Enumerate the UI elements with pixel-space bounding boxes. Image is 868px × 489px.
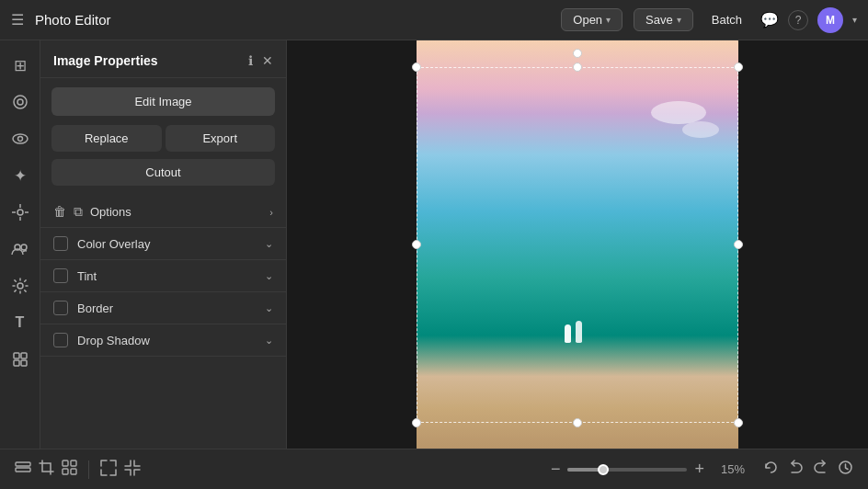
svg-rect-16 (16, 462, 30, 466)
help-icon[interactable]: ? (788, 10, 808, 30)
color-overlay-chevron-icon: ⌄ (265, 238, 273, 250)
tint-checkbox[interactable] (53, 268, 68, 283)
toolbar-settings-icon[interactable] (5, 270, 36, 301)
svg-rect-13 (21, 353, 27, 358)
crop-icon[interactable] (39, 460, 54, 479)
svg-point-11 (17, 283, 23, 289)
bottom-right-icons (763, 460, 853, 479)
svg-point-1 (17, 99, 23, 105)
handle-bottom-mid[interactable] (573, 418, 582, 427)
zoom-slider[interactable] (567, 468, 687, 472)
zoom-out-button[interactable]: − (551, 460, 561, 479)
toolbar-effects-icon[interactable] (5, 197, 36, 228)
copy-icon[interactable]: ⧉ (74, 204, 83, 220)
svg-point-4 (17, 210, 23, 215)
menu-icon[interactable]: ☰ (11, 11, 24, 28)
svg-rect-12 (14, 353, 19, 358)
expand-icon[interactable] (100, 460, 117, 480)
svg-rect-20 (63, 469, 68, 474)
toolbar-filter-icon[interactable] (5, 86, 36, 118)
app-title: Photo Editor (35, 12, 111, 28)
svg-rect-17 (16, 468, 30, 472)
history-icon[interactable] (838, 460, 853, 479)
svg-point-2 (13, 134, 28, 143)
svg-rect-19 (71, 461, 76, 466)
tint-chevron-icon: ⌄ (265, 270, 273, 282)
svg-rect-15 (21, 360, 27, 366)
panel-header: Image Properties ℹ ✕ (40, 40, 286, 78)
save-button[interactable]: Save ▾ (634, 8, 693, 31)
export-button[interactable]: Export (166, 125, 276, 152)
replace-button[interactable]: Replace (51, 125, 162, 152)
info-icon[interactable]: ℹ (248, 53, 253, 68)
handle-mid-right[interactable] (734, 240, 743, 249)
svg-rect-18 (63, 461, 68, 466)
svg-point-3 (17, 137, 22, 142)
toolbar-eye-icon[interactable] (5, 123, 36, 154)
tint-row[interactable]: Tint ⌄ (40, 260, 286, 292)
zoom-slider-thumb[interactable] (598, 464, 609, 475)
toolbar-team-icon[interactable] (5, 233, 36, 265)
options-chevron-icon: › (269, 207, 273, 218)
cutout-button[interactable]: Cutout (51, 159, 275, 186)
svg-point-10 (21, 244, 27, 250)
left-toolbar: ⊞ ✦ T (0, 40, 40, 449)
drop-shadow-chevron-icon: ⌄ (265, 335, 273, 347)
handle-top-mid[interactable] (573, 63, 582, 72)
zoom-in-button[interactable]: + (694, 460, 704, 479)
options-label: Options (90, 205, 269, 219)
save-chevron-icon: ▾ (677, 15, 681, 25)
handle-mid-left[interactable] (412, 240, 421, 249)
grid-icon[interactable] (62, 460, 77, 479)
border-checkbox[interactable] (53, 301, 68, 315)
shrink-icon[interactable] (124, 460, 141, 480)
border-row[interactable]: Border ⌄ (40, 292, 286, 324)
toolbar-text-icon[interactable]: T (5, 307, 36, 338)
close-icon[interactable]: ✕ (262, 53, 273, 68)
canvas-area[interactable] (287, 40, 868, 449)
open-button[interactable]: Open ▾ (561, 8, 622, 31)
zoom-percentage: 15% (712, 462, 745, 476)
side-panel: Image Properties ℹ ✕ Edit Image Replace … (40, 40, 287, 449)
redo-icon[interactable] (813, 460, 828, 479)
color-overlay-label: Color Overlay (77, 237, 265, 251)
canvas-image[interactable] (417, 40, 738, 449)
avatar-chevron-icon[interactable]: ▾ (852, 15, 857, 25)
panel-title: Image Properties (53, 53, 248, 68)
svg-rect-21 (71, 469, 76, 474)
drop-shadow-checkbox[interactable] (53, 333, 68, 347)
toolbar-layout-icon[interactable]: ⊞ (5, 50, 36, 81)
open-chevron-icon: ▾ (606, 15, 611, 25)
canvas-image-wrapper (417, 40, 738, 449)
save-label: Save (645, 13, 673, 27)
options-row[interactable]: 🗑 ⧉ Options › (40, 197, 286, 228)
handle-bottom-right[interactable] (734, 418, 743, 427)
toolbar-sparkle-icon[interactable]: ✦ (5, 160, 36, 191)
layers-icon[interactable] (15, 461, 31, 478)
trash-icon[interactable]: 🗑 (53, 204, 66, 220)
bottom-divider (88, 461, 89, 479)
undo-icon[interactable] (788, 460, 804, 479)
color-overlay-row[interactable]: Color Overlay ⌄ (40, 228, 286, 260)
replace-export-row: Replace Export (51, 125, 275, 152)
rotate-handle[interactable] (573, 49, 582, 58)
drop-shadow-row[interactable]: Drop Shadow ⌄ (40, 324, 286, 357)
border-label: Border (77, 301, 265, 315)
batch-button[interactable]: Batch (704, 9, 749, 30)
toolbar-component-icon[interactable] (5, 344, 36, 375)
reset-icon[interactable] (763, 460, 779, 479)
zoom-controls: − + 15% (551, 460, 745, 479)
svg-point-0 (14, 96, 27, 108)
handle-bottom-left[interactable] (412, 418, 421, 427)
bottom-toolbar: − + 15% (0, 449, 868, 489)
edit-image-button[interactable]: Edit Image (51, 87, 275, 116)
border-chevron-icon: ⌄ (265, 302, 273, 314)
comment-icon[interactable]: 💬 (760, 11, 779, 28)
tint-label: Tint (77, 269, 265, 283)
color-overlay-checkbox[interactable] (53, 236, 68, 251)
handle-top-right[interactable] (734, 63, 743, 72)
drop-shadow-label: Drop Shadow (77, 334, 265, 347)
handle-top-left[interactable] (412, 63, 421, 72)
avatar[interactable]: M (817, 7, 843, 33)
open-label: Open (573, 13, 602, 27)
